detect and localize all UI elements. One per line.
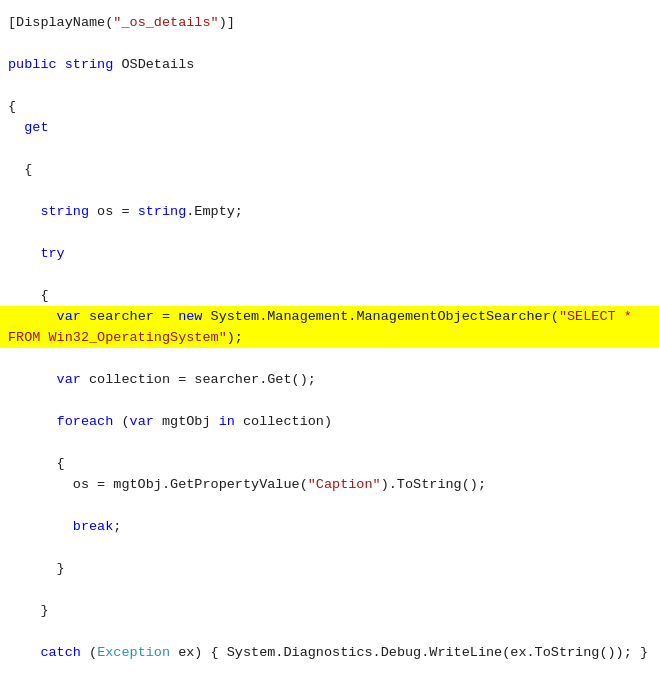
code-line-12: try — [0, 243, 659, 264]
code-line-18 — [0, 390, 659, 411]
code-line-11 — [0, 222, 659, 243]
code-line-21: { — [0, 453, 659, 474]
code-line-30: catch (Exception ex) { System.Diagnostic… — [0, 642, 659, 663]
code-line-15b: FROM Win32_OperatingSystem"); — [0, 327, 659, 348]
code-line-26: } — [0, 558, 659, 579]
code-line-19: foreach (var mgtObj in collection) — [0, 411, 659, 432]
code-line-24: break; — [0, 516, 659, 537]
code-line-1: [DisplayName("_os_details")] — [0, 12, 659, 33]
code-line-14: { — [0, 285, 659, 306]
code-line-3: public string OSDetails — [0, 54, 659, 75]
code-line-9 — [0, 180, 659, 201]
code-line-28: } — [0, 600, 659, 621]
code-line-22: os = mgtObj.GetPropertyValue("Caption").… — [0, 474, 659, 495]
code-line-17: var collection = searcher.Get(); — [0, 369, 659, 390]
code-line-5: { — [0, 96, 659, 117]
code-line-8: { — [0, 159, 659, 180]
code-line-29 — [0, 621, 659, 642]
code-line-2 — [0, 33, 659, 54]
code-line-13 — [0, 264, 659, 285]
code-line-15: var searcher = new System.Management.Man… — [0, 306, 659, 327]
code-line-31 — [0, 663, 659, 676]
code-line-23 — [0, 495, 659, 516]
code-line-25 — [0, 537, 659, 558]
code-line-16 — [0, 348, 659, 369]
code-line-20 — [0, 432, 659, 453]
code-block: [DisplayName("_os_details")] public stri… — [0, 8, 659, 676]
code-line-6: get — [0, 117, 659, 138]
code-line-27 — [0, 579, 659, 600]
code-line-7 — [0, 138, 659, 159]
code-line-10: string os = string.Empty; — [0, 201, 659, 222]
code-line-4 — [0, 75, 659, 96]
